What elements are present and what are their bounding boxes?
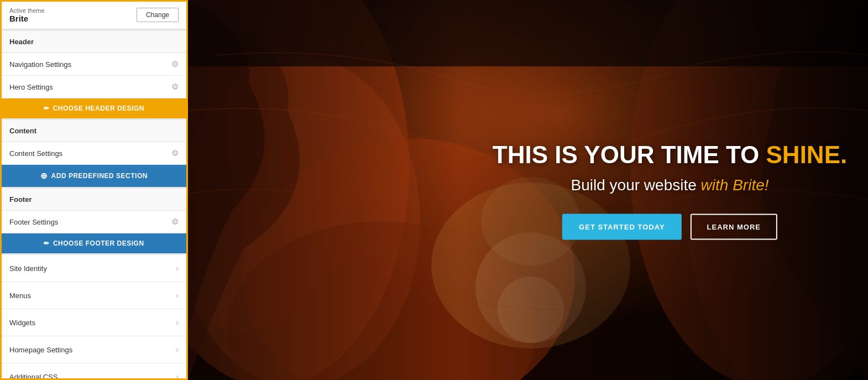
customizer-sidebar: Active theme Brite Change Header Navigat… — [0, 0, 188, 380]
header-section: Header Navigation Settings ⚙ Hero Settin… — [2, 29, 186, 118]
choose-header-design-button[interactable]: ✏ CHOOSE HEADER DESIGN — [2, 98, 186, 118]
choose-footer-design-label: CHOOSE FOOTER DESIGN — [53, 240, 144, 247]
learn-more-button[interactable]: LEARN MORE — [691, 214, 777, 240]
navigation-settings-label: Navigation Settings — [9, 60, 71, 69]
header-section-label: Header — [2, 31, 186, 53]
add-predefined-section-label: ADD PREDEFINED SECTION — [51, 172, 148, 180]
add-predefined-section-button[interactable]: ⊕ ADD PREDEFINED SECTION — [2, 165, 186, 187]
content-section-label: Content — [2, 120, 186, 142]
website-preview: THIS IS YOUR TIME TO SHINE. Build your w… — [188, 0, 868, 380]
choose-footer-design-button[interactable]: ✏ CHOOSE FOOTER DESIGN — [2, 233, 186, 253]
additional-css-row[interactable]: Additional CSS › — [2, 363, 186, 380]
menus-row[interactable]: Menus › — [2, 282, 186, 309]
hero-title-white-text: THIS IS YOUR TIME TO — [493, 140, 766, 168]
navigation-settings-gear-icon[interactable]: ⚙ — [171, 59, 179, 69]
hero-buttons: GET STARTED TODAY LEARN MORE — [493, 214, 847, 240]
menus-chevron-icon: › — [176, 291, 179, 300]
widgets-chevron-icon: › — [176, 318, 179, 327]
footer-settings-label: Footer Settings — [9, 218, 58, 226]
nav-links-group: Site Identity › Menus › Widgets › Homepa… — [2, 253, 186, 380]
pencil-footer-icon: ✏ — [44, 240, 50, 247]
site-identity-row[interactable]: Site Identity › — [2, 255, 186, 282]
widgets-row[interactable]: Widgets › — [2, 309, 186, 336]
hero-settings-label: Hero Settings — [9, 83, 53, 91]
site-identity-label: Site Identity — [9, 264, 47, 273]
hero-title-orange-text: SHINE. — [766, 140, 848, 168]
homepage-settings-row[interactable]: Homepage Settings › — [2, 336, 186, 363]
homepage-settings-label: Homepage Settings — [9, 346, 72, 354]
site-identity-chevron-icon: › — [176, 264, 179, 273]
hero-settings-gear-icon[interactable]: ⚙ — [171, 82, 179, 92]
choose-header-design-label: CHOOSE HEADER DESIGN — [53, 105, 144, 112]
content-section: Content Content Settings ⚙ ⊕ ADD PREDEFI… — [2, 118, 186, 187]
menus-label: Menus — [9, 291, 31, 300]
get-started-button[interactable]: GET STARTED TODAY — [562, 214, 681, 240]
content-settings-row[interactable]: Content Settings ⚙ — [2, 142, 186, 165]
hero-content: THIS IS YOUR TIME TO SHINE. Build your w… — [493, 140, 847, 240]
hero-title: THIS IS YOUR TIME TO SHINE. — [493, 140, 847, 168]
navigation-settings-row[interactable]: Navigation Settings ⚙ — [2, 53, 186, 76]
hero-subtitle-white-text: Build your website — [571, 176, 701, 193]
plus-circle-icon: ⊕ — [40, 171, 48, 181]
additional-css-chevron-icon: › — [176, 372, 179, 380]
footer-settings-gear-icon[interactable]: ⚙ — [171, 217, 179, 227]
content-settings-gear-icon[interactable]: ⚙ — [171, 148, 179, 158]
hero-subtitle: Build your website with Brite! — [493, 176, 847, 194]
footer-section: Footer Footer Settings ⚙ ✏ CHOOSE FOOTER… — [2, 187, 186, 253]
content-settings-label: Content Settings — [9, 149, 62, 158]
additional-css-label: Additional CSS — [9, 373, 57, 381]
footer-section-label: Footer — [2, 189, 186, 211]
footer-settings-row[interactable]: Footer Settings ⚙ — [2, 211, 186, 233]
hero-settings-row[interactable]: Hero Settings ⚙ — [2, 76, 186, 98]
pencil-icon: ✏ — [44, 105, 50, 112]
change-theme-button[interactable]: Change — [137, 8, 179, 22]
hero-subtitle-orange-text: with Brite! — [701, 176, 769, 193]
widgets-label: Widgets — [9, 319, 35, 327]
active-theme-bar: Active theme Brite Change — [2, 2, 186, 29]
homepage-settings-chevron-icon: › — [176, 345, 179, 354]
